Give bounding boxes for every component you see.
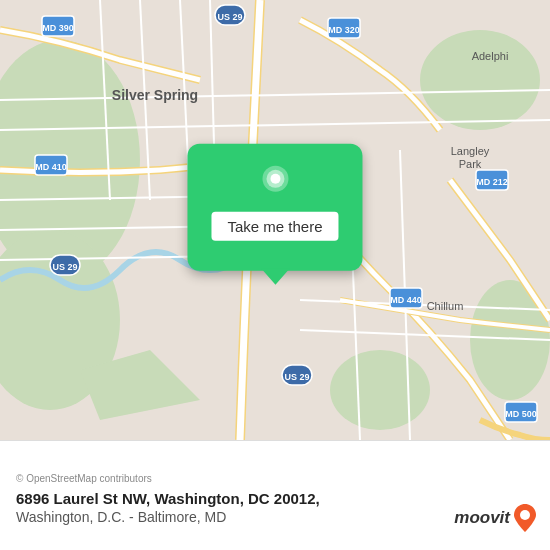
svg-text:MD 212: MD 212 <box>476 177 508 187</box>
svg-point-5 <box>330 350 430 430</box>
moovit-logo: moovit <box>454 504 536 532</box>
svg-text:MD 440: MD 440 <box>390 295 422 305</box>
svg-text:US 29: US 29 <box>217 12 242 22</box>
map-attribution: © OpenStreetMap contributors <box>16 473 534 484</box>
svg-point-46 <box>520 510 530 520</box>
map-overlay: Take me there <box>187 144 362 271</box>
attribution-text: © OpenStreetMap contributors <box>16 473 152 484</box>
svg-point-45 <box>270 174 280 184</box>
svg-text:Langley: Langley <box>451 145 490 157</box>
svg-text:MD 410: MD 410 <box>35 162 67 172</box>
location-pin-icon <box>255 162 295 202</box>
svg-point-3 <box>420 30 540 130</box>
location-pin-card: Take me there <box>187 144 362 271</box>
svg-text:Chillum: Chillum <box>427 300 464 312</box>
svg-text:Silver Spring: Silver Spring <box>112 87 198 103</box>
svg-text:US 29: US 29 <box>284 372 309 382</box>
svg-text:US 29: US 29 <box>52 262 77 272</box>
info-panel: © OpenStreetMap contributors 6896 Laurel… <box>0 440 550 550</box>
svg-text:Park: Park <box>459 158 482 170</box>
moovit-pin-icon <box>514 504 536 532</box>
svg-text:Adelphi: Adelphi <box>472 50 509 62</box>
svg-text:MD 500: MD 500 <box>505 409 537 419</box>
take-me-there-button[interactable]: Take me there <box>211 212 338 241</box>
svg-text:MD 390: MD 390 <box>42 23 74 33</box>
moovit-brand-text: moovit <box>454 508 510 528</box>
svg-text:MD 320: MD 320 <box>328 25 360 35</box>
map-container: MD 390 US 29 MD 320 MD 410 US 29 US 29 M… <box>0 0 550 440</box>
